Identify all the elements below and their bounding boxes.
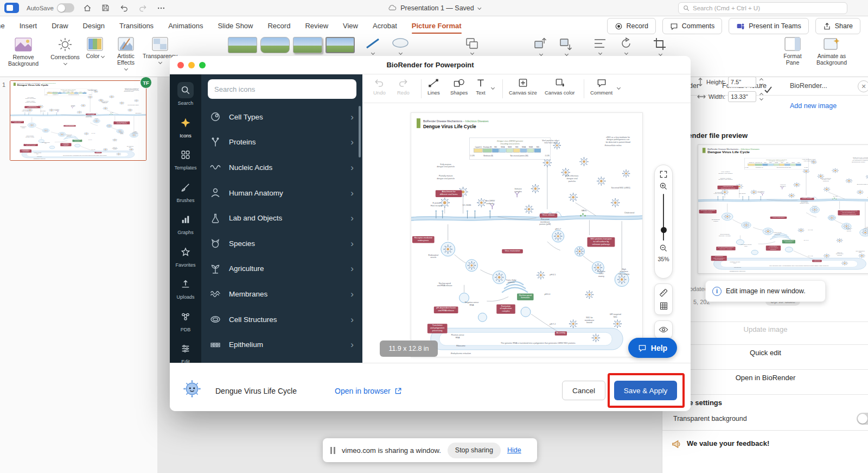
global-search-input[interactable] xyxy=(693,5,843,11)
slide-thumbnail[interactable]: BioRender Disease Mechanisms – Infectiou… xyxy=(10,80,146,161)
close-pane-icon[interactable]: ✕ xyxy=(858,80,868,92)
canvas-color-button[interactable]: Canvas color xyxy=(545,78,575,96)
zoom-out-icon[interactable] xyxy=(659,244,668,253)
sidebar-item-icons[interactable]: Icons xyxy=(171,110,200,143)
text-tool-chevron-icon[interactable] xyxy=(491,86,495,90)
category-proteins[interactable]: Proteins› xyxy=(201,130,362,155)
ribbon-tab-transitions[interactable]: Transitions xyxy=(119,17,154,35)
redo-icon[interactable] xyxy=(137,3,148,14)
ribbon-tab-home[interactable]: Home xyxy=(0,17,5,35)
sidebar-item-graphs[interactable]: Graphs xyxy=(171,207,200,239)
category-epithelium[interactable]: Epithelium› xyxy=(201,332,362,357)
send-backward-button[interactable] xyxy=(554,37,578,55)
category-nucleic-acids[interactable]: Nucleic Acids› xyxy=(201,155,362,180)
ruler-icon[interactable] xyxy=(659,288,668,298)
ribbon-tab-acrobat[interactable]: Acrobat xyxy=(373,17,397,35)
document-title[interactable]: Presentation 1 — Saved xyxy=(400,4,474,12)
ribbon-tab-design[interactable]: Design xyxy=(83,17,105,35)
picture-style-thumbnail[interactable] xyxy=(293,37,322,53)
bring-forward-button[interactable] xyxy=(529,37,553,55)
sidebar-item-favorites[interactable]: Favorites xyxy=(171,239,200,272)
present-in-teams-button[interactable]: Present in Teams xyxy=(729,18,808,34)
undo-icon[interactable] xyxy=(119,3,130,14)
zoom-slider[interactable] xyxy=(663,194,664,241)
feedback-section[interactable]: We value your feedback! xyxy=(662,430,868,456)
picture-style-thumbnail[interactable] xyxy=(260,37,290,53)
width-input[interactable] xyxy=(728,91,756,102)
pane-tab-biorender[interactable]: BioRender... xyxy=(790,82,827,90)
canvas-page[interactable]: BioRender Disease Mechanisms – Infectiou… xyxy=(411,112,643,357)
comment-chevron-icon[interactable] xyxy=(617,86,621,90)
sidebar-item-pdb[interactable]: PDB xyxy=(171,304,200,337)
picture-effects-button[interactable] xyxy=(388,37,412,54)
width-stepper[interactable] xyxy=(760,93,763,100)
biorender-file-preview[interactable]: BioRender Disease Mechanisms – Infectiou… xyxy=(698,144,868,274)
ribbon-tab-view[interactable]: View xyxy=(343,17,358,35)
picture-border-button[interactable] xyxy=(362,37,384,54)
zoom-in-icon[interactable] xyxy=(659,182,668,191)
transparent-background-toggle[interactable] xyxy=(857,413,868,425)
artistic-effects-button[interactable]: Artistic Effects xyxy=(110,37,142,70)
scrollbar[interactable] xyxy=(359,106,361,157)
sidebar-item-templates[interactable]: Templates xyxy=(171,142,200,175)
category-membranes[interactable]: Membranes› xyxy=(201,281,362,307)
selection-pane-button[interactable] xyxy=(461,37,483,54)
shapes-tool-button[interactable]: Shapes xyxy=(450,78,468,96)
chevron-down-icon[interactable] xyxy=(477,6,481,10)
category-lab-and-objects[interactable]: Lab and Objects› xyxy=(201,205,362,231)
category-cell-types[interactable]: Cell Types› xyxy=(201,104,362,130)
remove-background-button[interactable]: Remove Background xyxy=(1,37,46,67)
rotate-button[interactable] xyxy=(615,37,637,54)
category-agriculture[interactable]: Agriculture› xyxy=(201,256,362,282)
powerpoint-app-icon[interactable] xyxy=(4,3,19,13)
height-input[interactable] xyxy=(728,77,756,87)
height-stepper[interactable] xyxy=(760,79,763,85)
ribbon-tab-insert[interactable]: Insert xyxy=(20,17,37,35)
stop-sharing-button[interactable]: Stop sharing xyxy=(448,443,501,458)
category-human-anatomy[interactable]: Human Anatomy› xyxy=(201,180,362,206)
category-cell-structures[interactable]: Cell Structures› xyxy=(201,307,362,332)
ribbon-tab-record[interactable]: Record xyxy=(267,17,290,35)
record-button[interactable]: Record xyxy=(607,18,656,34)
grid-icon[interactable] xyxy=(659,301,668,311)
align-button[interactable] xyxy=(589,37,611,54)
icon-search-input[interactable] xyxy=(208,79,356,99)
more-options-icon[interactable] xyxy=(156,3,167,14)
redo-button[interactable]: Redo xyxy=(397,78,410,96)
ribbon-tab-animations[interactable]: Animations xyxy=(168,17,203,35)
sidebar-item-uploads[interactable]: Uploads xyxy=(171,272,200,304)
save-icon[interactable] xyxy=(100,3,111,14)
lines-tool-button[interactable]: Lines xyxy=(427,78,440,96)
animate-as-background-button[interactable]: Animate as Background xyxy=(812,37,852,66)
update-image-button[interactable]: Update image xyxy=(662,325,868,333)
comments-button[interactable]: Comments xyxy=(662,18,722,34)
ribbon-tab-slide-show[interactable]: Slide Show xyxy=(218,17,253,35)
crop-button[interactable] xyxy=(648,37,672,55)
cancel-button[interactable]: Cancel xyxy=(562,381,605,400)
lock-aspect-ratio-check-icon[interactable] xyxy=(764,85,773,94)
picture-styles-gallery[interactable] xyxy=(228,37,355,53)
color-button[interactable]: Color xyxy=(82,37,107,59)
sidebar-item-search[interactable]: Search xyxy=(171,78,200,110)
ribbon-tab-draw[interactable]: Draw xyxy=(52,17,68,35)
hide-link[interactable]: Hide xyxy=(507,446,521,454)
undo-button[interactable]: Undo xyxy=(373,78,386,96)
format-pane-button[interactable]: Format Pane xyxy=(777,37,808,66)
global-search[interactable] xyxy=(678,2,847,14)
autosave-toggle[interactable] xyxy=(57,3,74,12)
picture-style-thumbnail[interactable] xyxy=(326,37,355,53)
text-tool-button[interactable]: Text xyxy=(475,78,486,96)
home-icon[interactable] xyxy=(82,3,93,14)
quick-edit-button[interactable]: Quick edit xyxy=(662,349,868,357)
help-button[interactable]: Help xyxy=(628,338,677,358)
ribbon-tab-review[interactable]: Review xyxy=(305,17,328,35)
comment-button[interactable]: Comment xyxy=(590,78,612,96)
save-apply-button[interactable]: Save & Apply xyxy=(614,381,677,400)
share-button[interactable]: Share xyxy=(815,18,860,34)
zoom-slider-knob[interactable] xyxy=(661,227,667,233)
open-in-biorender-button[interactable]: Open in BioRender xyxy=(662,374,868,382)
canvas-size-button[interactable]: Canvas size xyxy=(509,78,537,96)
corrections-button[interactable]: Corrections xyxy=(49,37,81,65)
sidebar-item-brushes[interactable]: Brushes xyxy=(171,175,200,207)
ribbon-tab-picture-format[interactable]: Picture Format xyxy=(412,17,462,35)
